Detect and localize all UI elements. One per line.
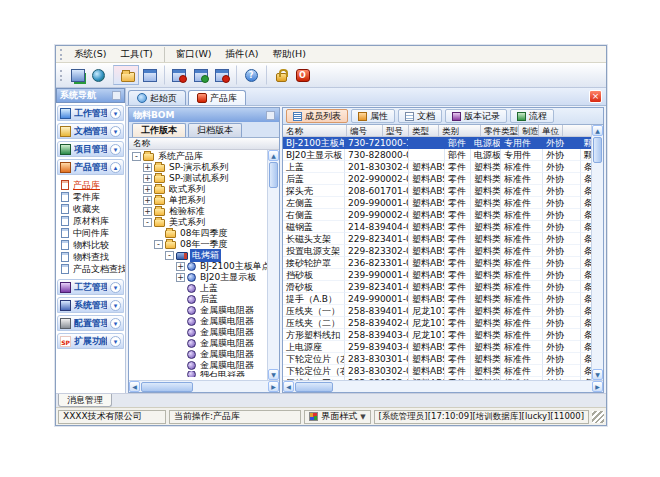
table-row[interactable]: 左侧盖 209-990001-01X 塑料ABS 零件 塑料类 标准件 外协 条 bbox=[283, 197, 591, 209]
scroll-thumb[interactable] bbox=[269, 162, 278, 188]
toolbar-button[interactable] bbox=[211, 65, 232, 85]
expander-icon[interactable] bbox=[176, 328, 185, 337]
table-row[interactable]: BJ-2100主板单点 730-721000-12X 部件 电源板 专用件 外协… bbox=[283, 137, 591, 149]
sidebar-group[interactable]: 系统管理 bbox=[57, 297, 124, 313]
content-tab[interactable]: 文档 bbox=[398, 109, 442, 123]
menu-item[interactable]: 帮助(H) bbox=[265, 47, 313, 62]
scroll-thumb[interactable] bbox=[295, 382, 333, 392]
sidebar-item[interactable]: 零件库 bbox=[61, 191, 124, 203]
column-header[interactable]: 单位 bbox=[539, 125, 563, 136]
table-row[interactable]: 上电源座 259-839403-00X 塑料ABS 零件 塑料类 标准件 外协 … bbox=[283, 341, 591, 353]
table-row[interactable]: 上盖 201-830302-00X 塑料ABS 零件 塑料类 标准件 外协 条 bbox=[283, 161, 591, 173]
expander-icon[interactable] bbox=[176, 361, 185, 370]
table-row[interactable]: 下轮定位片（左） 283-830301-00X 塑料ABS 零件 塑料类 标准件… bbox=[283, 353, 591, 365]
expander-icon[interactable] bbox=[176, 350, 185, 359]
toolbar-button[interactable] bbox=[67, 65, 88, 85]
column-header[interactable]: 编号 bbox=[347, 125, 383, 136]
scroll-right-icon[interactable]: ▶ bbox=[592, 381, 603, 392]
column-header[interactable]: 类型 bbox=[409, 125, 439, 136]
scroll-left-icon[interactable]: ◀ bbox=[283, 381, 294, 392]
expander-icon[interactable] bbox=[132, 152, 141, 161]
table-row[interactable]: 滑砂板 239-823401-00X 塑料ABS 零件 塑料类 标准件 外协 条 bbox=[283, 281, 591, 293]
expander-icon[interactable] bbox=[143, 196, 152, 205]
toolbar-button[interactable] bbox=[164, 65, 190, 85]
chevron-down-icon[interactable] bbox=[110, 318, 121, 329]
sidebar-item[interactable]: 产品文档查找 bbox=[61, 263, 124, 275]
expander-icon[interactable] bbox=[143, 218, 152, 227]
tree-vertical-scrollbar[interactable]: ▲ ▼ bbox=[267, 150, 279, 380]
chevron-down-icon[interactable] bbox=[110, 108, 121, 119]
toolbar-button[interactable] bbox=[139, 65, 160, 85]
toolbar-button[interactable] bbox=[266, 65, 292, 85]
sidebar-group-products[interactable]: 产品管理 bbox=[57, 159, 124, 175]
tree-horizontal-scrollbar[interactable]: ◀ ▶ bbox=[129, 380, 279, 392]
sidebar-group[interactable]: 项目管理 bbox=[57, 141, 124, 157]
sidebar-group[interactable]: 工艺管理 bbox=[57, 279, 124, 295]
expander-icon[interactable] bbox=[176, 295, 185, 304]
sidebar-group[interactable]: 配置管理 bbox=[57, 315, 124, 331]
content-tab[interactable]: 成员列表 bbox=[286, 109, 348, 123]
sidebar-group[interactable]: 文档管理 bbox=[57, 123, 124, 139]
chevron-down-icon[interactable] bbox=[110, 336, 121, 347]
table-row[interactable]: BJ20主显示板 730-828000-04X 部件 电源板 专用件 外协 颗 bbox=[283, 149, 591, 161]
menu-item[interactable]: 插件(A) bbox=[218, 47, 265, 62]
column-header[interactable]: 名称 bbox=[283, 125, 347, 136]
menu-item[interactable]: 系统(S) bbox=[67, 47, 113, 62]
chevron-down-icon[interactable] bbox=[110, 282, 121, 293]
expander-icon[interactable] bbox=[176, 273, 185, 282]
resize-grip[interactable] bbox=[592, 411, 604, 423]
table-row[interactable]: 接砂轮护罩 236-823301-00X 塑料ABS 零件 塑料类 标准件 外协… bbox=[283, 257, 591, 269]
table-row[interactable]: 后盖 202-990002-01X 塑料ABS 零件 塑料类 标准件 外协 条 bbox=[283, 173, 591, 185]
document-tab[interactable]: 产品库 bbox=[188, 90, 246, 105]
expander-icon[interactable] bbox=[176, 284, 185, 293]
sidebar-item[interactable]: 物料比较 bbox=[61, 239, 124, 251]
table-row[interactable]: 压线夹（二） 258-839402-00X 尼龙1010 零件 塑料类 标准件 … bbox=[283, 317, 591, 329]
table-row[interactable]: 右侧盖 209-990002-01X 塑料ABS 零件 塑料类 标准件 外协 条 bbox=[283, 209, 591, 221]
chevron-down-icon[interactable] bbox=[110, 300, 121, 311]
scroll-thumb[interactable] bbox=[141, 382, 193, 392]
sidebar-item[interactable]: 物料查找 bbox=[61, 251, 124, 263]
toolbar-button[interactable] bbox=[113, 65, 139, 85]
expander-icon[interactable] bbox=[154, 229, 163, 238]
version-tab[interactable]: 归档版本 bbox=[188, 123, 242, 137]
content-tab[interactable]: 属性 bbox=[351, 109, 395, 123]
scroll-down-icon[interactable]: ▼ bbox=[268, 369, 279, 380]
sidebar-group[interactable]: 工作管理 bbox=[57, 105, 124, 121]
sidebar-group[interactable]: SP 扩展功能 bbox=[57, 333, 124, 349]
chevron-down-icon[interactable] bbox=[110, 126, 121, 137]
scroll-right-icon[interactable]: ▶ bbox=[268, 381, 279, 392]
scroll-left-icon[interactable]: ◀ bbox=[129, 381, 140, 392]
toolbar-button[interactable] bbox=[88, 65, 109, 85]
chevron-up-icon[interactable] bbox=[110, 162, 121, 173]
scroll-down-icon[interactable]: ▼ bbox=[592, 369, 603, 380]
sidebar-item[interactable]: 产品库 bbox=[61, 179, 124, 191]
expander-icon[interactable] bbox=[165, 251, 174, 260]
toolbar-button[interactable] bbox=[236, 65, 262, 85]
toolbar-button[interactable] bbox=[190, 65, 211, 85]
toolbar-button[interactable] bbox=[292, 65, 313, 85]
menu-item[interactable]: 工具(T) bbox=[113, 47, 159, 62]
table-row[interactable]: 磁钢盖 214-839404-01X 塑料ABS 零件 塑料类 标准件 外协 条 bbox=[283, 221, 591, 233]
scroll-thumb[interactable] bbox=[593, 137, 602, 163]
table-row[interactable]: 方形塑料线扣 258-839403-00X 尼龙1010 零件 塑料类 标准件 … bbox=[283, 329, 591, 341]
expander-icon[interactable] bbox=[176, 262, 185, 271]
sidebar-item[interactable]: 原材料库 bbox=[61, 215, 124, 227]
pin-icon[interactable] bbox=[112, 91, 121, 100]
tree-node[interactable]: 金属膜电阻器 bbox=[129, 360, 267, 371]
column-header[interactable]: 制造方式 bbox=[519, 125, 539, 136]
message-panel-tab[interactable]: 消息管理 bbox=[58, 394, 112, 407]
sidebar-item[interactable]: 中间件库 bbox=[61, 227, 124, 239]
menu-item[interactable]: 窗口(W) bbox=[164, 47, 219, 62]
table-row[interactable]: 挡砂板 239-990001-01X 塑料ABS 零件 塑料类 标准件 外协 条 bbox=[283, 269, 591, 281]
table-horizontal-scrollbar[interactable]: ◀ ▶ bbox=[283, 380, 603, 392]
scroll-up-icon[interactable]: ▲ bbox=[268, 150, 279, 161]
ui-style-dropdown[interactable]: 界面样式 ▼ bbox=[304, 410, 370, 424]
table-vertical-scrollbar[interactable]: ▲ ▼ bbox=[591, 125, 603, 380]
sidebar-item[interactable]: 收藏夹 bbox=[61, 203, 124, 215]
expander-icon[interactable] bbox=[154, 240, 163, 249]
table-row[interactable]: 长磁头支架 229-823401-00X 塑料ABS 零件 塑料类 标准件 外协… bbox=[283, 233, 591, 245]
close-icon[interactable]: × bbox=[589, 90, 602, 103]
expander-icon[interactable] bbox=[143, 163, 152, 172]
chevron-down-icon[interactable] bbox=[110, 144, 121, 155]
toolbar-grip[interactable] bbox=[60, 70, 63, 81]
